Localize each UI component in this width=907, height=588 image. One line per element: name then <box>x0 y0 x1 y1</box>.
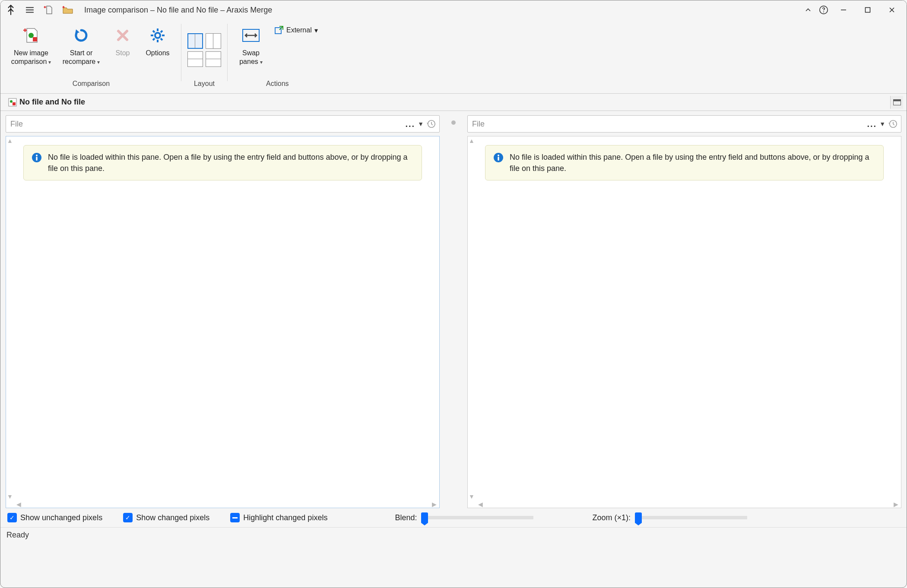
scroll-up-icon[interactable]: ▲ <box>7 137 13 144</box>
comparison-tab[interactable]: No file and No file <box>4 95 89 109</box>
right-pane[interactable]: ▲ No file is loaded within this pane. Op… <box>467 136 901 508</box>
external-label: External <box>286 26 312 34</box>
close-button[interactable] <box>880 1 904 19</box>
ribbon-group-label-layout: Layout <box>194 78 215 91</box>
new-file-comparison-icon[interactable] <box>41 2 57 18</box>
info-icon <box>493 152 504 163</box>
layout-two-vertical-alt-button[interactable] <box>206 33 221 49</box>
scroll-up-icon[interactable]: ▲ <box>469 137 475 144</box>
scroll-down-icon[interactable]: ▼ <box>7 493 13 500</box>
ribbon-group-comparison: New image comparison▾ Start or recompare… <box>3 22 179 93</box>
start-or-recompare-label: Start or recompare <box>63 49 95 65</box>
options-label: Options <box>146 49 169 57</box>
left-pane[interactable]: ▲ No file is loaded within this pane. Op… <box>6 136 440 508</box>
status-text: Ready <box>6 531 29 540</box>
swap-panes-label: Swap panes <box>239 49 260 65</box>
right-file-more-button[interactable]: ... <box>867 119 877 129</box>
left-file-more-button[interactable]: ... <box>405 119 415 129</box>
window-controls <box>831 1 904 19</box>
show-changed-pixels-label: Show changed pixels <box>136 513 209 522</box>
svg-point-5 <box>155 33 160 38</box>
new-image-comparison-icon <box>22 25 41 46</box>
ribbon-group-actions: Swap panes▾ External ▾ Actions <box>229 22 326 93</box>
right-file-input-row: ... ▼ <box>467 115 901 133</box>
zoom-slider[interactable] <box>635 516 747 519</box>
show-unchanged-pixels-label: Show unchanged pixels <box>20 513 102 522</box>
scroll-right-icon[interactable]: ▶ <box>894 501 898 508</box>
stop-button[interactable]: Stop <box>108 22 138 60</box>
new-image-comparison-label: New image comparison <box>11 49 48 65</box>
svg-rect-12 <box>893 99 901 101</box>
layout-selector <box>187 33 221 67</box>
left-file-input[interactable] <box>6 120 405 129</box>
ribbon-divider <box>227 24 228 81</box>
gear-icon <box>149 25 166 46</box>
slider-thumb-icon <box>421 512 428 523</box>
status-bar: Ready <box>0 527 907 543</box>
blend-label: Blend: <box>395 513 417 522</box>
swap-panes-button[interactable]: Swap panes▾ <box>234 22 268 69</box>
layout-two-vertical-button[interactable] <box>187 33 203 49</box>
tab-layout-button[interactable] <box>890 96 903 109</box>
minimize-button[interactable] <box>831 1 856 19</box>
help-icon[interactable] <box>816 2 831 18</box>
show-changed-pixels-checkbox[interactable]: ✓ Show changed pixels <box>123 513 209 522</box>
comparison-tab-label: No file and No file <box>19 98 85 107</box>
layout-two-horizontal-button[interactable] <box>187 51 203 67</box>
external-button[interactable]: External ▾ <box>271 24 321 37</box>
highlight-changed-pixels-checkbox[interactable]: Highlight changed pixels <box>230 513 327 522</box>
new-folder-comparison-icon[interactable] <box>60 2 76 18</box>
svg-point-1 <box>823 11 824 12</box>
ribbon-group-label-actions: Actions <box>266 78 289 91</box>
new-image-comparison-button[interactable]: New image comparison▾ <box>7 22 55 69</box>
checkbox-indeterminate-icon <box>230 513 240 522</box>
start-or-recompare-button[interactable]: Start or recompare▾ <box>57 22 105 69</box>
svg-rect-20 <box>498 157 499 161</box>
svg-point-19 <box>498 155 499 156</box>
right-file-dropdown-button[interactable]: ▼ <box>879 120 885 127</box>
blend-slider-group: Blend: <box>395 513 533 522</box>
svg-point-15 <box>36 155 38 156</box>
stop-icon <box>115 25 130 46</box>
highlight-changed-pixels-label: Highlight changed pixels <box>243 513 327 522</box>
hamburger-menu-button[interactable] <box>22 2 38 18</box>
maximize-button[interactable] <box>856 1 880 19</box>
show-unchanged-pixels-checkbox[interactable]: ✓ Show unchanged pixels <box>7 513 102 522</box>
options-bar: ✓ Show unchanged pixels ✓ Show changed p… <box>0 508 907 527</box>
slider-thumb-icon <box>635 512 642 523</box>
svg-rect-10 <box>13 102 16 105</box>
scroll-right-icon[interactable]: ▶ <box>432 501 437 508</box>
blend-slider[interactable] <box>421 516 533 519</box>
scroll-left-icon[interactable]: ◀ <box>16 501 21 508</box>
chevron-down-icon: ▾ <box>314 26 318 35</box>
svg-rect-2 <box>866 8 870 13</box>
svg-point-9 <box>10 100 13 103</box>
scroll-down-icon[interactable]: ▼ <box>469 493 475 500</box>
right-info-callout: No file is loaded within this pane. Open… <box>485 145 884 180</box>
scroll-left-icon[interactable]: ◀ <box>478 501 483 508</box>
right-file-history-icon[interactable] <box>888 119 897 129</box>
options-button[interactable]: Options <box>140 22 175 60</box>
ribbon-collapse-icon[interactable] <box>800 2 816 18</box>
checkbox-checked-icon: ✓ <box>7 513 17 522</box>
right-pane-column: ... ▼ ▲ No file is loaded within this pa… <box>467 115 901 508</box>
left-file-input-row: ... ▼ <box>6 115 440 133</box>
left-file-dropdown-button[interactable]: ▼ <box>418 120 424 127</box>
stop-label: Stop <box>116 49 130 57</box>
window-title: Image comparison – No file and No file –… <box>84 6 272 15</box>
swap-icon <box>241 25 261 46</box>
layout-two-horizontal-alt-button[interactable] <box>206 51 221 67</box>
left-file-history-icon[interactable] <box>426 119 436 129</box>
svg-rect-16 <box>36 157 37 161</box>
checkbox-checked-icon: ✓ <box>123 513 133 522</box>
app-logo-icon <box>3 2 19 18</box>
right-info-message: No file is loaded within this pane. Open… <box>510 152 875 174</box>
pane-gutter[interactable] <box>445 115 462 508</box>
info-icon <box>32 152 42 163</box>
gutter-dot-icon <box>451 120 456 125</box>
ribbon: New image comparison▾ Start or recompare… <box>0 19 907 94</box>
right-file-input[interactable] <box>468 120 867 129</box>
left-pane-column: ... ▼ ▲ No file is loaded within this pa… <box>6 115 440 508</box>
tab-bar: No file and No file <box>0 94 907 111</box>
zoom-label: Zoom (×1): <box>592 513 631 522</box>
